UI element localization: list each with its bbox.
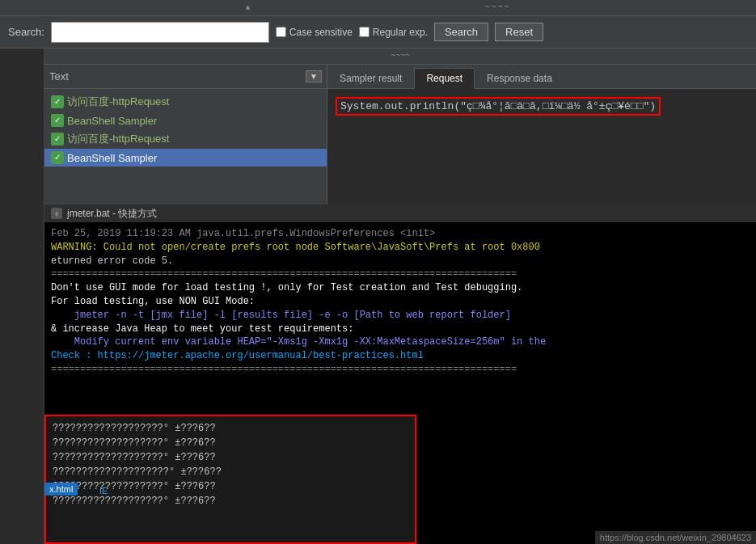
terminal-line-8: Modify current env variable HEAP="-Xms1g… xyxy=(51,335,750,349)
code-area: System.out.println("ç□¾å°¦ã□ä□ã,□ï¼□ä½ å… xyxy=(327,89,756,205)
search-bar: Search: Case sensitive Regular exp. Sear… xyxy=(0,16,756,48)
browser-tab-label: x.html xyxy=(49,484,73,494)
left-panel: Text ▼ ✓ 访问百度-httpRequest ✓ BeanShell Sa… xyxy=(44,65,327,205)
mid-wave: ~~~~ xyxy=(391,52,410,61)
tree-item-label-1: 访问百度-httpRequest xyxy=(67,95,169,109)
middle-panel: ~~~~ Text ▼ ✓ 访问百度-httpRequest xyxy=(44,48,756,544)
tree-item-2[interactable]: ✓ BeanShell Sampler xyxy=(44,112,327,129)
case-sensitive-label: Case sensitive xyxy=(289,27,353,38)
garbled-line-5: ???????????????????° ±???6?? xyxy=(53,494,408,508)
tree-item-label-3: 访问百度-httpRequest xyxy=(67,132,169,146)
shield-icon-3: ✓ xyxy=(51,133,64,145)
garbled-line-3: ????????????????????° ±???6?? xyxy=(53,465,408,479)
content-row: ~~~~ Text ▼ ✓ 访问百度-httpRequest xyxy=(0,48,756,544)
tab-sampler-result[interactable]: Sampler result xyxy=(327,68,414,88)
regex-label: Regular exp. xyxy=(373,27,428,38)
search-button[interactable]: Search xyxy=(434,23,488,41)
tab-sampler-result-label: Sampler result xyxy=(340,73,402,84)
case-sensitive-group: Case sensitive xyxy=(276,27,353,38)
tab-response-data[interactable]: Response data xyxy=(475,68,564,88)
code-highlighted: System.out.println("ç□¾å°¦ã□ä□ã,□ï¼□ä½ å… xyxy=(336,97,661,116)
terminal-line-2: eturned error code 5. xyxy=(51,255,750,268)
shield-icon-4: ✓ xyxy=(51,151,64,164)
tree-item-1[interactable]: ✓ 访问百度-httpRequest xyxy=(44,92,327,112)
terminal-line-4: Don't use GUI mode for load testing !, o… xyxy=(51,281,750,295)
tab-response-data-label: Response data xyxy=(487,73,552,84)
terminal-line-1: WARNING: Could not open/create prefs roo… xyxy=(51,241,750,255)
mid-decoration-bar: ~~~~ xyxy=(44,48,756,65)
browser-tab[interactable]: x.html xyxy=(44,483,78,496)
terminal-icon: ▮ xyxy=(51,208,62,219)
left-sidebar xyxy=(0,48,44,544)
terminal-line-3: ========================================… xyxy=(51,268,750,281)
regex-checkbox[interactable] xyxy=(359,27,370,37)
tree-item-4[interactable]: ✓ BeanShell Sampler xyxy=(44,149,327,167)
terminal-title: jmeter.bat - 快捷方式 xyxy=(67,207,157,221)
terminal-area: ▮ jmeter.bat - 快捷方式 Feb 25, 2019 11:19:2… xyxy=(44,205,756,544)
tree-items: ✓ 访问百度-httpRequest ✓ BeanShell Sampler ✓… xyxy=(44,89,327,205)
terminal-icon-shape: ▮ xyxy=(54,209,58,218)
tree-item-label-4: BeanShell Sampler xyxy=(67,152,157,164)
case-sensitive-checkbox[interactable] xyxy=(276,27,286,37)
panels-row: Text ▼ ✓ 访问百度-httpRequest ✓ BeanShell Sa… xyxy=(44,65,756,205)
terminal-line-5: For load testing, use NON GUI Mode: xyxy=(51,295,750,309)
left-panel-header: Text ▼ xyxy=(44,65,327,89)
terminal-title-bar: ▮ jmeter.bat - 快捷方式 xyxy=(44,205,756,222)
terminal-content: Feb 25, 2019 11:19:23 AM java.util.prefs… xyxy=(44,222,756,382)
shield-icon-1: ✓ xyxy=(51,95,64,108)
tree-item-label-2: BeanShell Sampler xyxy=(67,115,157,127)
terminal-line-9: Check : https://jmeter.apache.org/userma… xyxy=(51,349,750,363)
ie-label: IE xyxy=(99,486,108,496)
garbled-line-1: ???????????????????° ±???6?? xyxy=(53,436,408,450)
sort-button[interactable]: ▼ xyxy=(306,70,322,82)
wave-decoration: ▲ xyxy=(245,3,251,12)
status-url: https://blog.csdn.net/weixin_29804623 xyxy=(600,533,751,542)
top-collapse-bar: ▲ ~~~~ xyxy=(0,0,756,16)
terminal-line-7: & increase Java Heap to meet your test r… xyxy=(51,323,750,336)
ie-label-text: IE xyxy=(99,486,108,496)
terminal-line-6: jmeter -n -t [jmx file] -l [results file… xyxy=(51,309,750,323)
tree-item-3[interactable]: ✓ 访问百度-httpRequest xyxy=(44,129,327,149)
search-input[interactable] xyxy=(51,22,269,43)
shield-icon-2: ✓ xyxy=(51,114,64,127)
tab-request-label: Request xyxy=(426,73,462,84)
garbled-line-0: ???????????????????° ±???6?? xyxy=(53,421,408,436)
garbled-line-2: ???????????????????° ±???6?? xyxy=(53,450,408,465)
terminal-line-10: ========================================… xyxy=(51,363,750,377)
search-label: Search: xyxy=(8,26,44,38)
text-column-header: Text xyxy=(49,70,306,82)
status-bar: https://blog.csdn.net/weixin_29804623 xyxy=(595,531,756,544)
tabs-row: Sampler result Request Response data xyxy=(327,65,756,89)
terminal-line-0: Feb 25, 2019 11:19:23 AM java.util.prefs… xyxy=(51,227,750,241)
regex-group: Regular exp. xyxy=(359,27,428,38)
garbled-box: ???????????????????° ±???6?? ???????????… xyxy=(44,415,416,544)
tab-request[interactable]: Request xyxy=(414,68,475,89)
reset-button[interactable]: Reset xyxy=(495,23,543,41)
wave-decoration2: ~~~~ xyxy=(485,3,511,12)
right-panel: Sampler result Request Response data Sys… xyxy=(327,65,756,205)
